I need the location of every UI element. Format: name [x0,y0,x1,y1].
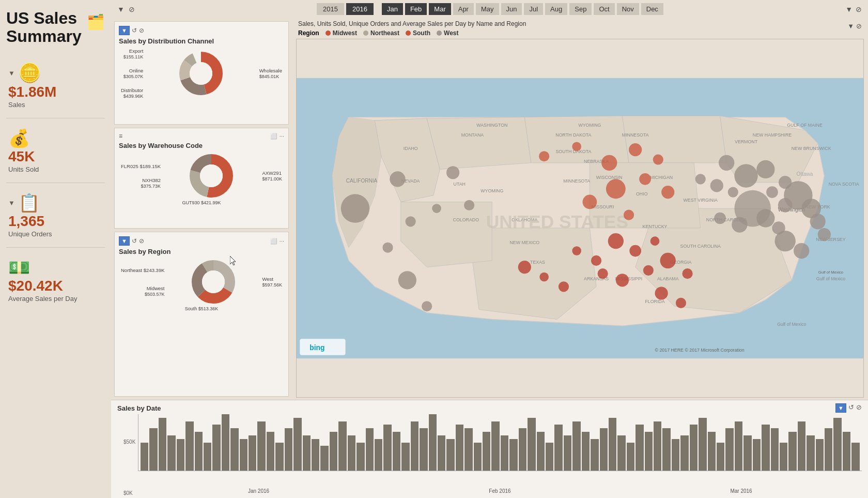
bar [582,432,590,471]
kpi-orders: ▼ 📋 1,365 Unique Orders [6,188,105,242]
svg-point-84 [598,268,608,279]
bar [825,428,832,471]
svg-point-93 [676,298,686,308]
clear-bottom[interactable]: ↺ [848,403,854,413]
remove-bottom[interactable]: ⊘ [856,403,862,413]
filter-icon-dist[interactable]: ▼ [119,26,130,35]
month-jul-btn[interactable]: Jul [524,3,543,15]
svg-point-90 [539,273,549,282]
month-jun-btn[interactable]: Jun [501,3,522,15]
bar [393,432,400,471]
wh-labels-right: AXW291$871.00K [262,170,282,182]
donut-wh-svg [188,153,235,199]
x-label-mar: Mar 2016 [621,488,862,494]
filter-icon-orders[interactable]: ▼ [8,199,15,207]
filter-funnel-icon-left[interactable]: ▼ [117,5,125,13]
month-nov-btn[interactable]: Nov [617,3,639,15]
svg-point-82 [629,245,641,257]
month-mar-btn[interactable]: Mar [429,3,451,15]
kpi-avg-value: $20.42K [8,278,63,294]
clipboard-icon: 📋 [18,192,40,213]
month-oct-btn[interactable]: Oct [594,3,614,15]
bar [798,421,805,471]
svg-text:NOVA SCOTIA: NOVA SCOTIA [829,182,859,187]
year-2015-btn[interactable]: 2015 [317,3,344,15]
page-title: US Sales Summary [6,9,83,46]
title-icon: 🗂️ [87,13,105,31]
month-dec-btn[interactable]: Dec [641,3,663,15]
filter-icon-sales[interactable]: ▼ [8,69,15,77]
svg-point-73 [653,154,663,164]
remove-region[interactable]: ⊘ [139,237,144,245]
us-map-svg: CALIFORNIA IDAHO MONTANA NORTH DAKOTA SO… [297,39,863,397]
region-label: Region [298,29,319,37]
bar [185,421,193,471]
bar [833,418,841,471]
legend-south: South [406,29,430,37]
x-axis-labels: Jan 2016 Feb 2016 Mar 2016 [138,488,862,494]
svg-point-60 [341,194,369,222]
bar [141,443,148,471]
svg-text:WYOMING: WYOMING [481,188,503,193]
year-month-controls: 2015 2016 Jan Feb Mar Apr May Jun Jul Au… [317,3,663,15]
bar [257,421,265,471]
more-icon-region[interactable]: ··· [280,238,284,244]
expand-icon-region[interactable]: ⬜ [270,238,277,245]
bar [843,432,850,471]
clear-region[interactable]: ↺ [132,237,137,245]
svg-point-66 [464,200,474,210]
donut-wh-wrapper: FLR025 $189.15K NXH382$375.73K AXW291$87… [119,153,284,199]
coin-stack-icon: 💰 [8,128,30,148]
month-aug-btn[interactable]: Aug [545,3,567,15]
svg-point-76 [583,195,597,209]
bar [348,435,355,471]
svg-text:GULF OF MAINE: GULF OF MAINE [787,123,823,128]
filter-funnel-icon-right[interactable]: ▼ [845,5,853,13]
more-icon-wh[interactable]: ··· [280,133,284,139]
expand-icon-wh[interactable]: ⬜ [270,133,277,140]
month-sep-btn[interactable]: Sep [569,3,592,15]
bar [212,425,220,471]
month-feb-btn[interactable]: Feb [405,3,427,15]
filter-icon-region[interactable]: ▼ [119,236,130,246]
year-2016-btn[interactable]: 2016 [346,3,374,15]
svg-text:bing: bing [309,343,324,352]
chart-distribution: ▼ ↺ ⊘ Sales by Distribution Channel Expo… [114,21,289,125]
page-title-area: US Sales Summary 🗂️ [6,9,105,50]
clear-icon-map[interactable]: ⊘ [856,22,862,30]
clear-filter-icon-left[interactable]: ⊘ [129,5,135,13]
legend-midwest: Midwest [326,29,357,37]
filter-icon-bottom[interactable]: ▼ [835,403,846,413]
bar [627,443,634,471]
bar [807,435,814,471]
svg-point-65 [432,204,441,213]
bar [167,435,175,471]
bar [572,421,580,471]
svg-point-106 [728,187,738,197]
donut-dist-svg [178,50,224,97]
bar [654,421,661,471]
bar [420,428,427,471]
kpi-sales-label: Sales [8,101,25,109]
svg-point-68 [422,301,432,311]
bar [537,432,545,471]
month-apr-btn[interactable]: Apr [453,3,474,15]
month-may-btn[interactable]: May [476,3,499,15]
remove-dist[interactable]: ⊘ [139,27,144,34]
filter-icon-map[interactable]: ▼ [847,22,854,30]
dist-label-export: Export$155.11K [121,48,143,59]
svg-point-102 [810,214,826,229]
bar [636,425,643,471]
map-filter-controls: ▼ ⊘ [845,20,864,32]
clear-dist[interactable]: ↺ [132,27,137,34]
region-south-label: South $513.36K [119,306,284,311]
bar [609,418,616,471]
svg-point-95 [734,164,757,187]
bar [149,428,157,471]
clear-filter-icon-right[interactable]: ⊘ [856,5,862,13]
bar [429,414,437,471]
month-jan-btn[interactable]: Jan [382,3,403,15]
bar [645,432,653,471]
bar [474,443,482,471]
bar [383,425,391,471]
